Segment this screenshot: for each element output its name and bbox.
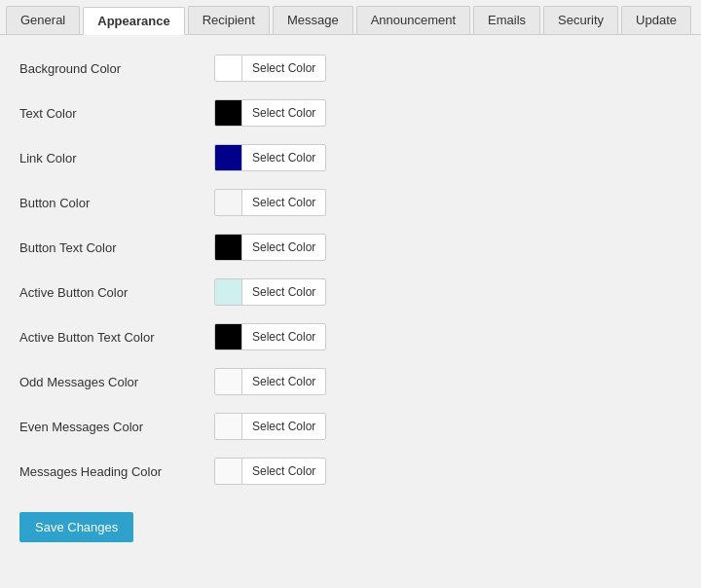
color-row-2: Link ColorSelect Color	[19, 144, 682, 171]
color-swatch-1	[215, 99, 242, 127]
color-swatch-7	[215, 368, 242, 395]
color-label-6: Active Button Text Color	[19, 330, 214, 345]
color-picker-btn-0[interactable]: Select Color	[214, 55, 326, 82]
color-label-7: Odd Messages Color	[19, 375, 214, 389]
color-row-8: Even Messages ColorSelect Color	[19, 413, 682, 440]
tab-appearance[interactable]: Appearance	[83, 7, 184, 35]
color-picker-btn-7[interactable]: Select Color	[214, 368, 326, 395]
color-swatch-6	[215, 323, 242, 350]
color-btn-label-4: Select Color	[242, 240, 325, 254]
color-row-3: Button ColorSelect Color	[19, 189, 682, 216]
color-row-0: Background ColorSelect Color	[19, 55, 682, 82]
color-btn-label-9: Select Color	[242, 464, 325, 478]
color-picker-btn-4[interactable]: Select Color	[214, 234, 326, 261]
color-swatch-4	[215, 234, 242, 261]
color-swatch-8	[215, 413, 242, 440]
color-label-4: Button Text Color	[19, 240, 214, 255]
color-swatch-9	[215, 458, 242, 485]
color-swatch-3	[215, 189, 242, 216]
color-row-9: Messages Heading ColorSelect Color	[19, 458, 682, 485]
content-area: Background ColorSelect ColorText ColorSe…	[0, 35, 701, 562]
color-btn-label-3: Select Color	[242, 196, 325, 209]
tab-recipient[interactable]: Recipient	[188, 6, 270, 34]
tab-emails[interactable]: Emails	[473, 6, 540, 34]
color-picker-btn-5[interactable]: Select Color	[214, 278, 326, 306]
color-row-7: Odd Messages ColorSelect Color	[19, 368, 682, 395]
color-row-4: Button Text ColorSelect Color	[19, 234, 682, 261]
tab-announcement[interactable]: Announcement	[356, 6, 470, 34]
color-label-2: Link Color	[19, 151, 214, 165]
tab-security[interactable]: Security	[543, 6, 618, 34]
color-picker-btn-9[interactable]: Select Color	[214, 458, 326, 485]
color-row-6: Active Button Text ColorSelect Color	[19, 323, 682, 350]
tab-update[interactable]: Update	[621, 6, 691, 34]
color-picker-btn-3[interactable]: Select Color	[214, 189, 326, 216]
color-label-0: Background Color	[19, 61, 214, 76]
save-changes-button[interactable]: Save Changes	[19, 512, 133, 542]
color-btn-label-7: Select Color	[242, 375, 325, 388]
color-btn-label-6: Select Color	[242, 330, 325, 344]
color-label-9: Messages Heading Color	[19, 464, 214, 479]
color-label-3: Button Color	[19, 196, 214, 210]
tabs-container: GeneralAppearanceRecipientMessageAnnounc…	[0, 0, 701, 35]
color-picker-btn-2[interactable]: Select Color	[214, 144, 326, 171]
color-row-5: Active Button ColorSelect Color	[19, 278, 682, 306]
color-swatch-5	[215, 278, 242, 306]
color-label-5: Active Button Color	[19, 285, 214, 300]
color-picker-btn-6[interactable]: Select Color	[214, 323, 326, 350]
color-swatch-0	[215, 55, 242, 82]
color-picker-btn-1[interactable]: Select Color	[214, 99, 326, 127]
color-label-1: Text Color	[19, 106, 214, 121]
color-swatch-2	[215, 144, 242, 171]
color-picker-btn-8[interactable]: Select Color	[214, 413, 326, 440]
tab-message[interactable]: Message	[273, 6, 353, 34]
color-btn-label-0: Select Color	[242, 61, 325, 75]
tab-general[interactable]: General	[6, 6, 80, 34]
color-label-8: Even Messages Color	[19, 420, 214, 434]
color-btn-label-5: Select Color	[242, 285, 325, 299]
color-btn-label-1: Select Color	[242, 106, 325, 120]
color-btn-label-8: Select Color	[242, 420, 325, 433]
color-row-1: Text ColorSelect Color	[19, 99, 682, 127]
color-btn-label-2: Select Color	[242, 151, 325, 165]
